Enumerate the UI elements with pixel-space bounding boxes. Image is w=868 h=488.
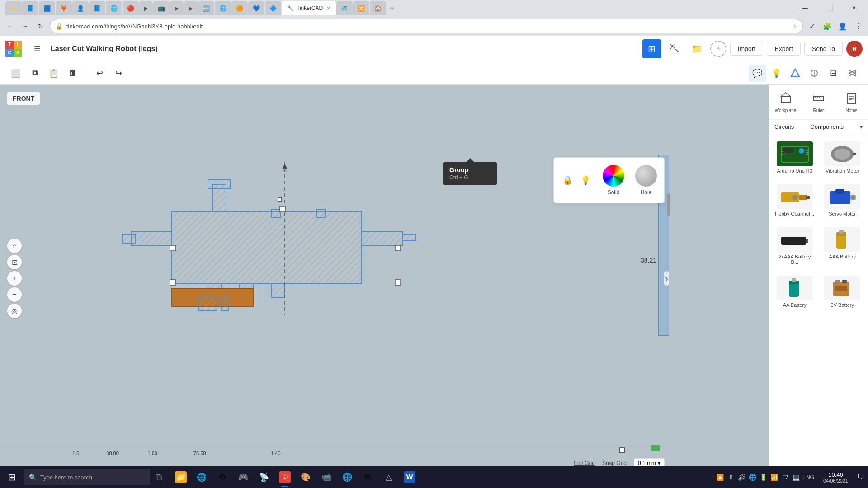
address-bar[interactable]: 🔒 tinkercad.com/things/boVNGaqN3Y8-epic-…: [50, 19, 803, 33]
new-tab-button[interactable]: +: [387, 3, 397, 14]
copy-button[interactable]: ⧉: [26, 65, 43, 82]
new-shape-button[interactable]: ⬜: [7, 65, 24, 82]
component-arduino-uno[interactable]: Arduino Uno R3: [773, 138, 817, 177]
taskbar-app-explorer[interactable]: 📁: [171, 466, 191, 488]
taskbar-app-mail[interactable]: ✉: [358, 466, 378, 488]
notification-center-button[interactable]: 🗨: [854, 466, 868, 488]
systray-icon-3[interactable]: 🌐: [748, 473, 757, 482]
taskbar-clock[interactable]: 10:46 04/06/2021: [818, 471, 854, 483]
systray-shield[interactable]: 🛡: [781, 473, 790, 482]
mirror-button[interactable]: [806, 65, 823, 82]
browser-tab-active[interactable]: 🔧 TinkerCAD ✕: [282, 1, 336, 15]
browser-tab-6[interactable]: 📘: [89, 1, 105, 15]
pickaxe-view-button[interactable]: ⛏: [665, 39, 684, 58]
browser-tab-4[interactable]: 🦊: [56, 1, 72, 15]
fit-view-button[interactable]: ⊡: [7, 255, 22, 269]
browser-tab-20[interactable]: 🏠: [370, 1, 386, 15]
zoom-to-fit-button[interactable]: ◎: [7, 304, 22, 318]
browser-tab-16[interactable]: 💙: [248, 1, 264, 15]
taskbar-app-discord[interactable]: 📡: [254, 466, 274, 488]
menu-icon-button[interactable]: ☰: [29, 41, 45, 57]
browser-tab-5[interactable]: 👤: [72, 1, 89, 15]
systray-pc[interactable]: 💻: [792, 473, 801, 482]
import-button[interactable]: Import: [730, 42, 764, 56]
systray-lang[interactable]: ENG: [802, 474, 814, 480]
flip-button[interactable]: [844, 65, 861, 82]
browser-tab-2[interactable]: 📘: [22, 1, 38, 15]
taskbar-app-edge[interactable]: 🌐: [192, 466, 212, 488]
edit-grid-label[interactable]: Edit Grid: [574, 460, 595, 466]
browser-tab-10[interactable]: 📺: [153, 1, 170, 15]
bulb-icon[interactable]: 💡: [579, 174, 592, 187]
browser-menu-icon[interactable]: ⋮: [852, 20, 864, 33]
systray-icon-1[interactable]: ⬆: [726, 473, 736, 482]
systray-battery[interactable]: 🔋: [759, 473, 768, 482]
align-button[interactable]: ⊟: [825, 65, 842, 82]
taskbar-search[interactable]: 🔍 Type here to search: [24, 469, 150, 485]
grid-view-button[interactable]: ⊞: [642, 39, 661, 58]
component-vibration-motor[interactable]: Vibration Motor: [821, 138, 865, 177]
ruler-icon-button[interactable]: Ruler: [807, 90, 830, 114]
taskbar-app-number[interactable]: ①: [275, 466, 295, 488]
bulb-button[interactable]: 💡: [768, 65, 785, 82]
ruler-end-handle[interactable]: [619, 447, 625, 453]
zoom-in-button[interactable]: +: [7, 271, 22, 286]
shape-tool-button[interactable]: [787, 65, 804, 82]
extensions-icon[interactable]: 🧩: [821, 20, 834, 33]
home-view-button[interactable]: ⌂: [7, 239, 22, 253]
browser-tab-11[interactable]: ▶: [170, 1, 184, 15]
lock-icon[interactable]: 🔒: [561, 174, 574, 187]
forward-button[interactable]: →: [19, 20, 32, 33]
add-user-button[interactable]: +: [710, 41, 726, 57]
browser-tab-7[interactable]: 🌐: [106, 1, 122, 15]
circuits-dropdown[interactable]: Circuits Components ▾: [769, 120, 868, 134]
canvas-area[interactable]: FRONT ▲ ⌒: [0, 85, 769, 472]
comment-button[interactable]: 💬: [749, 65, 766, 82]
browser-tab-17[interactable]: 🔷: [265, 1, 281, 15]
profile-icon[interactable]: 👤: [836, 20, 849, 33]
delete-button[interactable]: 🗑: [64, 65, 81, 82]
taskbar-app-triangle[interactable]: △: [379, 466, 399, 488]
bookmark-icon[interactable]: ☆: [792, 23, 797, 30]
browser-tab-19[interactable]: 🔀: [353, 1, 369, 15]
component-servo-motor[interactable]: Servo Motor: [821, 181, 865, 220]
browser-tab-18[interactable]: 🗺️: [336, 1, 353, 15]
send-to-button[interactable]: Send To: [804, 42, 843, 56]
redo-button[interactable]: ↪: [110, 65, 127, 82]
maximize-button[interactable]: ⬜: [819, 0, 840, 16]
taskbar-app-figma[interactable]: 🎨: [296, 466, 316, 488]
systray-up-arrow[interactable]: 🔼: [716, 473, 725, 482]
refresh-button[interactable]: ↻: [34, 20, 47, 33]
browser-tab-14[interactable]: 🌐: [215, 1, 231, 15]
taskbar-app-zoom[interactable]: 📹: [316, 466, 336, 488]
folder-view-button[interactable]: 📁: [688, 39, 707, 58]
browser-tab-8[interactable]: 🔴: [123, 1, 139, 15]
user-avatar[interactable]: R: [846, 41, 863, 57]
systray-icon-2[interactable]: 🔊: [737, 473, 746, 482]
browser-tab-3[interactable]: 🟦: [39, 1, 55, 15]
component-hobby-gearmotor[interactable]: Hobby Gearmot...: [773, 181, 817, 220]
component-aaa-battery[interactable]: AAA Battery: [821, 224, 865, 268]
taskbar-app-edge2[interactable]: 🌐: [337, 466, 357, 488]
expand-panel-button[interactable]: ›: [664, 272, 669, 286]
browser-tab-13[interactable]: 🆕: [198, 1, 214, 15]
hole-option[interactable]: Hole: [635, 165, 657, 196]
minimize-button[interactable]: —: [795, 0, 816, 16]
browser-tab-9[interactable]: ▶: [139, 1, 153, 15]
systray-wifi[interactable]: 📶: [770, 473, 779, 482]
undo-button[interactable]: ↩: [91, 65, 108, 82]
paste-in-place-button[interactable]: 📋: [45, 65, 62, 82]
browser-tab-1[interactable]: ⚡: [5, 1, 22, 15]
scroll-handle[interactable]: [667, 193, 670, 216]
task-view-button[interactable]: ⧉: [150, 469, 167, 486]
workplane-icon-button[interactable]: Workplane: [774, 90, 797, 114]
browser-tab-12[interactable]: ▶: [184, 1, 198, 15]
component-aa-battery[interactable]: AA Battery: [773, 272, 817, 311]
taskbar-app-word[interactable]: W: [400, 466, 420, 488]
browser-tab-15[interactable]: 🟠: [231, 1, 248, 15]
component-9v-battery[interactable]: 9V Battery: [821, 272, 865, 311]
notes-icon-button[interactable]: Notes: [840, 90, 863, 114]
zoom-out-button[interactable]: −: [7, 287, 22, 302]
taskbar-app-steam[interactable]: 🎮: [233, 466, 253, 488]
component-2xaaa-battery[interactable]: 2xAAA Battery B...: [773, 224, 817, 268]
